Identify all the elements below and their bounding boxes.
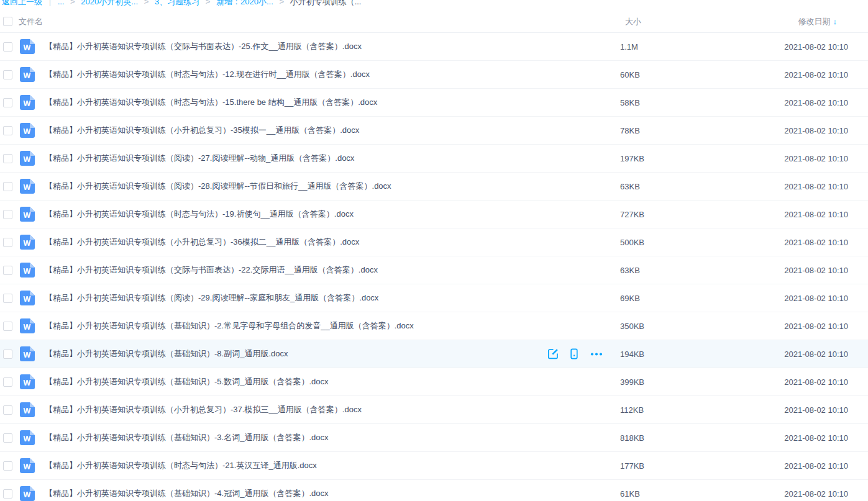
sort-desc-icon[interactable]: ↓ xyxy=(833,17,838,26)
row-checkbox[interactable] xyxy=(3,405,12,415)
svg-text:W: W xyxy=(24,43,31,52)
file-name[interactable]: 【精品】小升初英语知识专项训练（交际与书面表达）-25.作文__通用版（含答案）… xyxy=(45,41,620,52)
column-header-modified[interactable]: 修改日期↓ xyxy=(725,16,868,27)
file-modified: 2021-08-02 10:10 xyxy=(725,238,868,247)
file-row[interactable]: W 【精品】小升初英语知识专项训练（时态与句法）-15.there be 结构_… xyxy=(0,89,868,117)
file-row[interactable]: W 【精品】小升初英语知识专项训练（小升初总复习）-37.模拟三__通用版（含答… xyxy=(0,396,868,424)
file-size: 61KB xyxy=(620,489,725,499)
file-modified: 2021-08-02 10:10 xyxy=(725,98,868,107)
breadcrumb-ellipsis[interactable]: ... xyxy=(58,0,65,6)
more-icon[interactable] xyxy=(589,348,604,360)
svg-text:W: W xyxy=(24,211,31,220)
row-checkbox[interactable] xyxy=(3,98,12,107)
file-modified: 2021-08-02 10:10 xyxy=(725,489,868,499)
file-name[interactable]: 【精品】小升初英语知识专项训练（基础知识）-2.常见字母和字母组合的发音__通用… xyxy=(45,320,620,332)
row-checkbox[interactable] xyxy=(3,294,12,303)
file-name[interactable]: 【精品】小升初英语知识专项训练（时态与句法）-19.祈使句__通用版（含答案）.… xyxy=(45,209,620,220)
file-name[interactable]: 【精品】小升初英语知识专项训练（阅读）-27.阅读理解--动物_通用版（含答案）… xyxy=(45,153,620,164)
file-name[interactable]: 【精品】小升初英语知识专项训练（时态与句法）-12.现在进行时__通用版（含答案… xyxy=(45,69,620,80)
file-row[interactable]: W 【精品】小升初英语知识专项训练（小升初总复习）-35模拟一__通用版（含答案… xyxy=(0,117,868,145)
row-checkbox[interactable] xyxy=(3,377,12,387)
word-doc-icon: W xyxy=(20,67,35,82)
breadcrumb-separator-icon: > xyxy=(144,0,149,6)
file-size: 350KB xyxy=(620,322,725,331)
row-checkbox[interactable] xyxy=(3,322,12,331)
file-row[interactable]: W 【精品】小升初英语知识专项训练（阅读）-27.阅读理解--动物_通用版（含答… xyxy=(0,145,868,173)
row-checkbox[interactable] xyxy=(3,461,12,471)
rename-icon[interactable] xyxy=(547,348,559,360)
file-name[interactable]: 【精品】小升初英语知识专项训练（交际与书面表达）-22.交际用语__通用版（含答… xyxy=(45,264,620,276)
word-doc-icon: W xyxy=(20,318,35,333)
row-checkbox[interactable] xyxy=(3,70,12,79)
file-name[interactable]: 【精品】小升初英语知识专项训练（阅读）-29.阅读理解--家庭和朋友_通用版（含… xyxy=(45,292,620,304)
row-checkbox[interactable] xyxy=(3,210,12,219)
file-modified: 2021-08-02 10:10 xyxy=(725,377,868,387)
file-size: 818KB xyxy=(620,433,725,443)
file-modified: 2021-08-02 10:10 xyxy=(725,70,868,79)
row-checkbox[interactable] xyxy=(3,433,12,443)
file-size: 197KB xyxy=(620,154,725,163)
file-name[interactable]: 【精品】小升初英语知识专项训练（阅读）-28.阅读理解--节假日和旅行__通用版… xyxy=(45,181,620,192)
file-row[interactable]: W 【精品】小升初英语知识专项训练（小升初总复习）-36模拟二__通用版（含答案… xyxy=(0,228,868,256)
file-row[interactable]: W 【精品】小升初英语知识专项训练（时态与句法）-19.祈使句__通用版（含答案… xyxy=(0,201,868,228)
file-row[interactable]: W 【精品】小升初英语知识专项训练（阅读）-29.阅读理解--家庭和朋友_通用版… xyxy=(0,284,868,312)
word-doc-icon: W xyxy=(20,458,35,473)
file-name[interactable]: 【精品】小升初英语知识专项训练（小升初总复习）-35模拟一__通用版（含答案）.… xyxy=(45,125,620,136)
breadcrumb-link-2[interactable]: 3、习题练习 xyxy=(155,0,199,6)
word-doc-icon: W xyxy=(20,207,35,222)
select-all-checkbox[interactable] xyxy=(3,17,12,26)
row-checkbox[interactable] xyxy=(3,489,12,499)
file-modified: 2021-08-02 10:10 xyxy=(725,405,868,415)
column-header-size[interactable]: 大小 xyxy=(620,16,725,27)
row-checkbox[interactable] xyxy=(3,126,12,135)
file-row[interactable]: W 【精品】小升初英语知识专项训练（基础知识）-2.常见字母和字母组合的发音__… xyxy=(0,312,868,340)
file-name[interactable]: 【精品】小升初英语知识专项训练（基础知识）-8.副词_通用版.docx xyxy=(45,348,547,359)
file-size: 69KB xyxy=(620,294,725,303)
file-row[interactable]: W 【精品】小升初英语知识专项训练（阅读）-28.阅读理解--节假日和旅行__通… xyxy=(0,173,868,201)
file-name[interactable]: 【精品】小升初英语知识专项训练（小升初总复习）-36模拟二__通用版（含答案）.… xyxy=(45,237,620,248)
breadcrumb: 返回上一级 | ... > 2020小升初英... > 3、习题练习 > 新增：… xyxy=(0,0,868,7)
row-checkbox[interactable] xyxy=(3,238,12,247)
word-doc-icon: W xyxy=(20,291,35,305)
row-actions xyxy=(547,348,604,360)
file-row[interactable]: W 【精品】小升初英语知识专项训练（基础知识）-5.数词_通用版（含答案）.do… xyxy=(0,368,868,396)
row-checkbox[interactable] xyxy=(3,350,12,359)
file-size: 194KB xyxy=(620,350,725,359)
file-name[interactable]: 【精品】小升初英语知识专项训练（时态与句法）-15.there be 结构__通… xyxy=(45,97,620,108)
file-row[interactable]: W 【精品】小升初英语知识专项训练（交际与书面表达）-25.作文__通用版（含答… xyxy=(0,33,868,61)
word-doc-icon: W xyxy=(20,151,35,166)
file-modified: 2021-08-02 10:10 xyxy=(725,126,868,135)
row-checkbox[interactable] xyxy=(3,182,12,191)
row-checkbox[interactable] xyxy=(3,42,12,52)
word-doc-icon: W xyxy=(20,346,35,361)
breadcrumb-link-3[interactable]: 新增：2020小... xyxy=(216,0,273,6)
file-modified: 2021-08-02 10:10 xyxy=(725,182,868,191)
file-row[interactable]: W 【精品】小升初英语知识专项训练（交际与书面表达）-22.交际用语__通用版（… xyxy=(0,256,868,284)
breadcrumb-current: 小升初专项训练（... xyxy=(290,0,362,6)
breadcrumb-back-link[interactable]: 返回上一级 xyxy=(2,0,42,6)
file-list: W 【精品】小升初英语知识专项训练（交际与书面表达）-25.作文__通用版（含答… xyxy=(0,33,868,501)
file-row[interactable]: W 【精品】小升初英语知识专项训练（基础知识）-4.冠词_通用版（含答案）.do… xyxy=(0,480,868,501)
breadcrumb-link-1[interactable]: 2020小升初英... xyxy=(81,0,138,6)
file-name[interactable]: 【精品】小升初英语知识专项训练（时态与句法）-21.英汉互译_通用版.docx xyxy=(45,460,620,471)
word-doc-icon: W xyxy=(20,374,35,389)
file-row[interactable]: W 【精品】小升初英语知识专项训练（基础知识）-8.副词_通用版.docx xyxy=(0,340,868,368)
column-header-filename[interactable]: 文件名 xyxy=(19,16,620,27)
row-checkbox[interactable] xyxy=(3,266,12,275)
word-doc-icon: W xyxy=(20,179,35,194)
file-name[interactable]: 【精品】小升初英语知识专项训练（基础知识）-5.数词_通用版（含答案）.docx xyxy=(45,376,620,387)
view-on-phone-icon[interactable] xyxy=(568,348,580,360)
file-row[interactable]: W 【精品】小升初英语知识专项训练（时态与句法）-12.现在进行时__通用版（含… xyxy=(0,61,868,89)
file-name[interactable]: 【精品】小升初英语知识专项训练（小升初总复习）-37.模拟三__通用版（含答案）… xyxy=(45,404,620,415)
breadcrumb-separator-icon: > xyxy=(206,0,211,6)
file-size: 727KB xyxy=(620,210,725,219)
file-size: 58KB xyxy=(620,98,725,107)
row-checkbox[interactable] xyxy=(3,154,12,163)
svg-text:W: W xyxy=(24,407,31,415)
svg-text:W: W xyxy=(24,435,31,443)
file-row[interactable]: W 【精品】小升初英语知识专项训练（时态与句法）-21.英汉互译_通用版.doc… xyxy=(0,452,868,480)
file-name[interactable]: 【精品】小升初英语知识专项训练（基础知识）-3.名词_通用版（含答案）.docx xyxy=(45,432,620,443)
file-row[interactable]: W 【精品】小升初英语知识专项训练（基础知识）-3.名词_通用版（含答案）.do… xyxy=(0,424,868,452)
file-modified: 2021-08-02 10:10 xyxy=(725,154,868,163)
file-name[interactable]: 【精品】小升初英语知识专项训练（基础知识）-4.冠词_通用版（含答案）.docx xyxy=(45,488,620,499)
